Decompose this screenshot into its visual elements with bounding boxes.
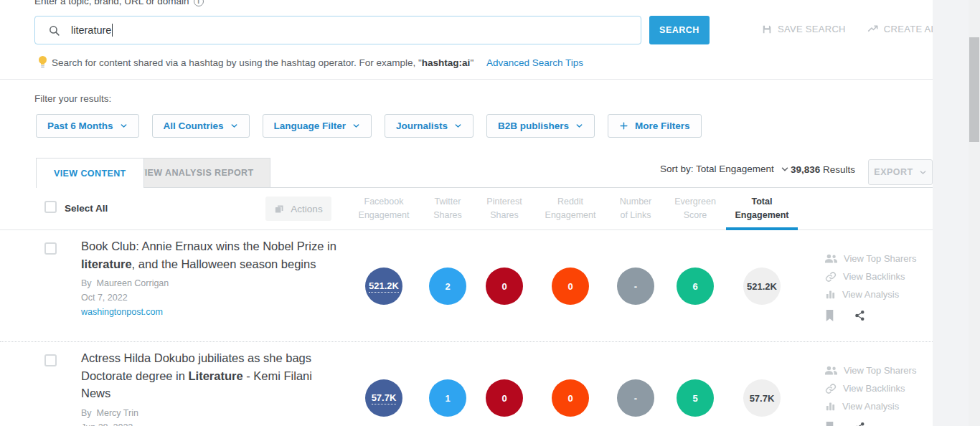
article-title[interactable]: Book Club: Annie Ernaux wins the Nobel P…: [81, 237, 336, 273]
article-author: By Maureen Corrigan: [81, 276, 336, 290]
filter-chip-label: All Countries: [164, 120, 224, 131]
info-icon[interactable]: i: [194, 0, 204, 6]
metric-circle-pinterest-shares[interactable]: 0: [486, 379, 523, 417]
page-gutter: [933, 0, 969, 426]
search-section-label: Enter a topic, brand, URL or domain i: [34, 0, 204, 6]
filter-results-label: Filter your results:: [34, 93, 111, 104]
results-count: 39,836 Results: [791, 164, 855, 175]
bar-chart-icon: [825, 401, 836, 412]
layers-icon: [274, 204, 285, 214]
metric-circle-twitter-shares[interactable]: 2: [429, 268, 466, 305]
chevron-down-icon: [120, 122, 128, 130]
filter-chips-row: Past 6 MonthsAll CountriesLanguage Filte…: [36, 114, 702, 138]
metric-circle-number-of-links[interactable]: -: [617, 268, 654, 305]
more-filters-button[interactable]: More Filters: [608, 114, 702, 138]
metric-circle-facebook-engagement[interactable]: 57.7K: [365, 379, 402, 417]
plus-icon: [619, 121, 628, 131]
link-icon: [825, 271, 837, 283]
metric-circle-total-engagement[interactable]: 521.2K: [743, 268, 781, 305]
article-info: Book Club: Annie Ernaux wins the Nobel P…: [81, 237, 336, 320]
link-label: View Top Sharers: [844, 253, 916, 264]
actions-button[interactable]: Actions: [265, 197, 331, 221]
article-info: Actress Hilda Dokubo jubiliates as she b…: [81, 349, 336, 426]
sort-by-dropdown[interactable]: Sort by: Total Engagement: [660, 164, 789, 174]
hashtag-hint: Search for content shared via a hashtag …: [52, 57, 583, 68]
metric-circle-evergreen-score[interactable]: 6: [677, 268, 714, 305]
metric-circle-number-of-links[interactable]: -: [617, 379, 654, 417]
row-checkbox[interactable]: [44, 354, 57, 366]
bookmark-icon[interactable]: [825, 310, 834, 321]
hint-text-before: Search for content shared via a hashtag …: [52, 57, 422, 68]
search-input[interactable]: literature: [34, 16, 641, 44]
filter-chip-language-filter[interactable]: Language Filter: [263, 114, 372, 138]
row-icon-actions: [825, 422, 916, 426]
link-label: View Backlinks: [843, 383, 905, 394]
select-all-checkbox[interactable]: [44, 201, 57, 213]
scrollbar-thumb[interactable]: [969, 37, 979, 142]
view-analysis-link[interactable]: View Analysis: [825, 397, 916, 415]
article-date: Oct 7, 2022: [81, 290, 336, 305]
link-icon: [825, 383, 837, 394]
bar-chart-icon: [825, 289, 836, 300]
filter-chip-label: Journalists: [396, 120, 448, 131]
filter-chip-label: Language Filter: [274, 120, 347, 131]
search-label-text: Enter a topic, brand, URL or domain: [34, 0, 189, 6]
save-search-label: SAVE SEARCH: [778, 24, 846, 34]
export-button[interactable]: EXPORT: [868, 159, 933, 185]
metric-circle-facebook-engagement[interactable]: 521.2K: [365, 268, 402, 305]
hint-example: hashtag:ai: [422, 57, 471, 68]
column-header-total-engagement[interactable]: Total Engagement: [722, 197, 801, 221]
metric-circle-reddit-engagement[interactable]: 0: [552, 268, 589, 305]
filter-chip-label: B2B publishers: [498, 120, 569, 131]
search-query-text: literature: [71, 24, 111, 36]
article-title[interactable]: Actress Hilda Dokubo jubiliates as she b…: [81, 349, 336, 402]
advanced-search-tips-link[interactable]: Advanced Search Tips: [486, 57, 583, 68]
filter-chip-all-countries[interactable]: All Countries: [152, 114, 250, 138]
row-icon-actions: [825, 310, 916, 321]
metric-circle-pinterest-shares[interactable]: 0: [486, 268, 523, 305]
view-top-sharers-link[interactable]: View Top Sharers: [825, 250, 916, 268]
chevron-down-icon: [919, 169, 927, 176]
export-label: EXPORT: [874, 167, 913, 177]
row-checkbox[interactable]: [44, 242, 57, 255]
trending-up-icon: [867, 24, 878, 34]
select-all-label: Select All: [65, 203, 108, 214]
results-list: Book Club: Annie Ernaux wins the Nobel P…: [0, 230, 933, 426]
tab-view-analysis-report[interactable]: VIEW ANALYSIS REPORT: [122, 158, 270, 187]
link-label: View Analysis: [842, 401, 899, 412]
view-analysis-link[interactable]: View Analysis: [825, 285, 916, 303]
chevron-down-icon: [781, 165, 789, 174]
view-backlinks-link[interactable]: View Backlinks: [825, 268, 916, 285]
save-search-button[interactable]: SAVE SEARCH: [762, 24, 846, 34]
filter-chip-journalists[interactable]: Journalists: [385, 114, 473, 138]
metric-circle-total-engagement[interactable]: 57.7K: [743, 379, 781, 417]
people-icon: [825, 366, 837, 375]
link-label: View Top Sharers: [844, 365, 916, 376]
view-backlinks-link[interactable]: View Backlinks: [825, 379, 916, 397]
metric-circle-twitter-shares[interactable]: 1: [429, 379, 466, 417]
table-header: Select All Actions Facebook EngagementTw…: [0, 188, 933, 230]
table-row: Actress Hilda Dokubo jubiliates as she b…: [0, 342, 933, 426]
filter-chip-b2b-publishers[interactable]: B2B publishers: [486, 114, 595, 138]
chevron-down-icon: [352, 122, 360, 130]
view-top-sharers-link[interactable]: View Top Sharers: [825, 361, 916, 379]
save-icon: [762, 24, 772, 34]
article-domain-link[interactable]: washingtonpost.com: [81, 305, 163, 320]
search-section-divider: [0, 79, 933, 80]
search-button[interactable]: SEARCH: [649, 16, 710, 44]
metric-circle-reddit-engagement[interactable]: 0: [552, 379, 589, 417]
bookmark-icon[interactable]: [825, 422, 834, 426]
link-label: View Analysis: [842, 289, 899, 300]
metric-circle-evergreen-score[interactable]: 5: [677, 379, 714, 417]
search-secondary-actions: SAVE SEARCH CREATE ALERT: [762, 24, 956, 34]
chevron-down-icon: [575, 122, 583, 130]
chevron-down-icon: [454, 122, 462, 130]
row-side-actions: View Top Sharers View Backlinks View Ana…: [825, 361, 916, 426]
share-icon[interactable]: [854, 422, 865, 426]
search-icon: [48, 24, 60, 37]
filter-chip-past-6-months[interactable]: Past 6 Months: [36, 114, 139, 138]
tab-view-content[interactable]: VIEW CONTENT: [36, 158, 144, 188]
share-icon[interactable]: [854, 310, 865, 321]
row-side-actions: View Top Sharers View Backlinks View Ana…: [825, 250, 916, 321]
more-filters-label: More Filters: [635, 120, 690, 131]
